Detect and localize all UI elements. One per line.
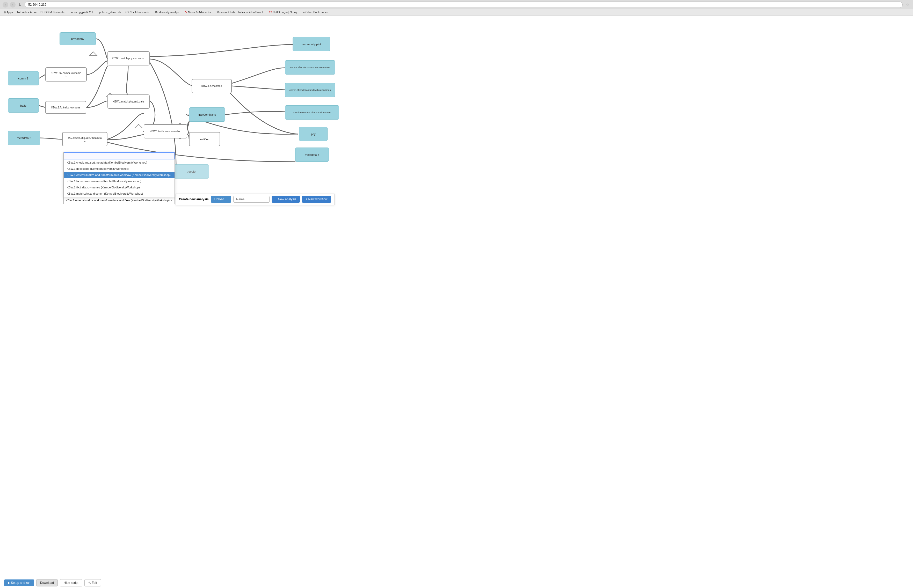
node-kbw-fix-comm[interactable]: KBW.1.fix.comm.rowname1: [45, 67, 87, 82]
node-traits[interactable]: traits: [8, 99, 39, 113]
node-label: W.1.check.and.sort.metadata1: [68, 136, 102, 142]
nav-controls: ‹ › ↻: [3, 2, 23, 8]
bookmark-other[interactable]: » Other Bookmarks: [301, 10, 329, 14]
node-label: KBW.1.fix.traits.rowname: [51, 106, 80, 109]
dropdown-item-fix-comm[interactable]: KBW.1.fix.comm.rownames (KembelBiodivers…: [64, 178, 175, 184]
node-label: treeplot: [187, 170, 196, 173]
node-label: traitCorrTrans: [198, 113, 216, 116]
bookmark-apps[interactable]: ⊞Apps: [2, 10, 15, 14]
node-traitcorr[interactable]: traitCorr: [189, 132, 220, 146]
dropdown-item-match-phy-comm[interactable]: KBW.1.match.phy.and.comm (KembelBiodiver…: [64, 191, 175, 197]
forward-button[interactable]: ›: [10, 2, 16, 8]
node-phylogeny[interactable]: phylogeny: [60, 32, 96, 45]
node-label: comm.after.decostand.with.rownames: [290, 89, 331, 91]
dropdown-search-input[interactable]: [64, 152, 175, 160]
name-input[interactable]: [233, 196, 270, 203]
node-label: KBW.1.decostand: [201, 85, 222, 87]
create-analysis-label: Create new analysis: [179, 197, 209, 201]
node-label: phylogeny: [71, 37, 84, 40]
svg-marker-0: [89, 52, 97, 56]
node-comm-with-rownames[interactable]: comm.after.decostand.with.rownames: [285, 83, 335, 97]
create-analysis-panel: Create new analysis Upload ... + New ana…: [176, 194, 335, 205]
new-analysis-button[interactable]: + New analysis: [272, 196, 300, 203]
bookmark-netid[interactable]: 🛡 NetID Login | Stony...: [267, 10, 301, 14]
node-kbw-match-phy-traits[interactable]: KBW.1.match.phy.and.traits: [107, 94, 150, 109]
node-label: metadata 3: [305, 153, 319, 156]
node-trait-rownames[interactable]: trait.d.rownames.after.transformation: [285, 105, 339, 120]
workflow-canvas[interactable]: phylogeny comm 1 traits metadata 2 KBW.1…: [0, 16, 913, 577]
node-label: comm.after.decostand.no.rownames: [290, 66, 330, 69]
node-metadata2[interactable]: metadata 2: [8, 131, 40, 145]
selected-text: KBW.1.enter.visualize.and.transform.data…: [66, 199, 170, 202]
node-traitcorrtrans[interactable]: traitCorrTrans: [189, 107, 225, 122]
node-kbw-decostand[interactable]: KBW.1.decostand: [192, 79, 232, 93]
bookmark-dugsim[interactable]: DUGSIM: Estimate...: [39, 10, 68, 14]
dropdown-chevron-icon: ▼: [170, 199, 172, 202]
node-label: comm 1: [18, 77, 28, 80]
bookmark-star[interactable]: ☆: [905, 2, 910, 8]
download-button[interactable]: Download: [36, 579, 58, 586]
bookmark-news[interactable]: V News & Advice for...: [184, 10, 215, 14]
bookmark-index-dna[interactable]: Index of /dna/downl...: [237, 10, 267, 14]
analysis-dropdown: KBW.1.check.and.sort.metadata (KembelBio…: [63, 152, 175, 197]
bookmark-resonant[interactable]: Resonant Lab: [215, 10, 236, 14]
reload-button[interactable]: ↻: [17, 2, 23, 8]
titlebar: ‹ › ↻ 52.204.9.236 ☆: [0, 0, 913, 9]
node-kbw-fix-traits[interactable]: KBW.1.fix.traits.rowname: [45, 101, 86, 114]
node-treeplot[interactable]: treeplot: [174, 164, 209, 179]
dropdown-item-visualize[interactable]: KBW.1.enter.visualize.and.transform.data…: [64, 172, 175, 178]
bookmark-ggplot2[interactable]: Index. ggplot2 2.1...: [69, 10, 97, 14]
node-community-plot[interactable]: community.plot: [293, 37, 330, 51]
bookmark-pgls[interactable]: PGLS • Arbor - refe...: [123, 10, 153, 14]
node-label: KBW.1.fix.comm.rowname1: [51, 72, 81, 78]
browser-chrome: ‹ › ↻ 52.204.9.236 ☆ ⊞Apps Tutorials • A…: [0, 0, 913, 16]
bottom-toolbar: ▶ Setup and run Download Hide script ✎ E…: [0, 577, 913, 588]
bookmark-pplacer[interactable]: pplacer_demo.sh: [98, 10, 123, 14]
dropdown-selected-value[interactable]: KBW.1.enter.visualize.and.transform.data…: [63, 197, 175, 204]
node-kbw-traits-transform[interactable]: KBW.1.traits.transformation: [144, 124, 187, 139]
upload-button[interactable]: Upload ...: [211, 196, 231, 203]
node-label: KBW.1.traits.transformation: [150, 130, 181, 133]
node-label: trait.d.rownames.after.transformation: [293, 111, 331, 114]
setup-run-button[interactable]: ▶ Setup and run: [4, 580, 34, 586]
node-kbw-check-sort[interactable]: W.1.check.and.sort.metadata1: [62, 132, 107, 146]
bookmarks-bar: ⊞Apps Tutorials • Arbor DUGSIM: Estimate…: [0, 9, 913, 15]
url-text: 52.204.9.236: [28, 3, 46, 6]
node-kbw-match-phy-comm[interactable]: KBW.1.match.phy.and.comm: [107, 51, 150, 65]
dropdown-item-fix-traits[interactable]: KBW.1.fix.traits.rownames (KembelBiodive…: [64, 184, 175, 191]
bookmark-biodiversity[interactable]: Biodiversity analysi...: [154, 10, 183, 14]
new-workflow-button[interactable]: + New workflow: [302, 196, 331, 203]
dropdown-item-check-sort[interactable]: KBW.1.check.and.sort.metadata (KembelBio…: [64, 160, 175, 166]
hide-script-button[interactable]: Hide script: [60, 579, 83, 586]
dropdown-item-decostand[interactable]: KBW.1.decostand (KembelBiodiversityWorks…: [64, 166, 175, 172]
back-button[interactable]: ‹: [3, 2, 8, 8]
node-phy[interactable]: phy: [299, 127, 327, 141]
node-metadata3[interactable]: metadata 3: [295, 147, 329, 162]
node-label: traitCorr: [199, 138, 210, 141]
node-label: KBW.1.match.phy.and.comm: [112, 57, 145, 60]
node-label: phy: [311, 132, 316, 136]
node-label: KBW.1.match.phy.and.traits: [113, 100, 144, 103]
main-content: phylogeny comm 1 traits metadata 2 KBW.1…: [0, 16, 913, 588]
edit-button[interactable]: ✎ Edit: [84, 579, 101, 586]
node-label: metadata 2: [17, 136, 31, 139]
svg-marker-2: [134, 124, 142, 128]
bookmark-tutorials[interactable]: Tutorials • Arbor: [15, 10, 38, 14]
node-label: traits: [20, 104, 26, 107]
node-label: community.plot: [302, 43, 321, 46]
node-comm-no-rownames[interactable]: comm.after.decostand.no.rownames: [285, 60, 335, 74]
address-bar[interactable]: 52.204.9.236: [25, 2, 903, 8]
node-comm1[interactable]: comm 1: [8, 71, 39, 86]
